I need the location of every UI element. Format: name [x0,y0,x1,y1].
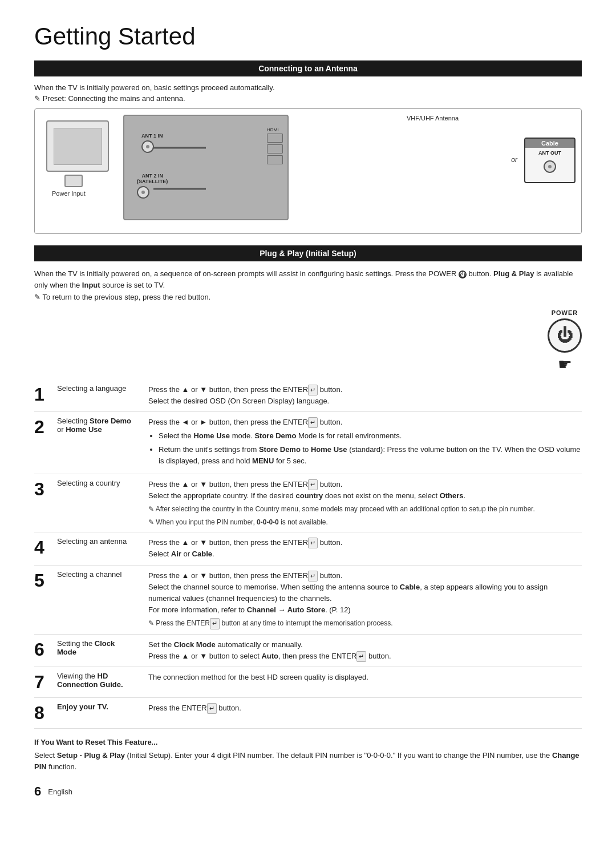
back-panel: ANT 1 IN ANT 2 IN(SATELLITE) HDMI [123,115,289,220]
ant-out-label: ANT OUT [525,150,574,156]
ant2-connector-area: ANT 2 IN(SATELLITE) [137,173,168,199]
page-title: Getting Started [34,23,582,50]
return-note: To return to the previous step, press th… [34,293,582,301]
tv-illustration [46,120,109,172]
hand-icon: ☛ [548,355,582,374]
table-row: 3 Selecting a country Press the ▲ or ▼ b… [34,474,582,532]
reset-text: Select Setup - Plug & Play (Initial Setu… [34,750,582,773]
ant1-label: ANT 1 IN [141,133,163,139]
section2-header: Plug & Play (Initial Setup) [34,245,582,261]
vhf-antenna-label: VHF/UHF Antenna [407,115,459,122]
step-name: Setting the ClockMode [57,634,148,667]
page-footer: 6 English [34,784,582,799]
step-name: Selecting a channel [57,565,148,634]
reset-section: If You Want to Reset This Feature... Sel… [34,738,582,773]
cable-box: Cable ANT OUT [524,138,576,183]
table-row: 2 Selecting Store Demoor Home Use Press … [34,412,582,474]
section1-preset: Preset: Connecting the mains and antenna… [34,94,582,103]
step-name: Selecting a language [57,379,148,412]
cable-connector [544,160,556,173]
step3-note1: After selecting the country in the Count… [148,504,582,515]
step-name: Viewing the HDConnection Guide. [57,667,148,697]
ant2-label: ANT 2 IN(SATELLITE) [137,173,168,184]
table-row: 1 Selecting a language Press the ▲ or ▼ … [34,379,582,412]
tv-screen [54,128,102,165]
page-language: English [48,788,72,796]
or-text: or [511,156,517,164]
table-row: 4 Selecting an antenna Press the ▲ or ▼ … [34,532,582,565]
step5-note: Press the ENTER↵ button at any time to i… [148,618,582,629]
plug-intro: When the TV is initially powered on, a s… [34,268,582,290]
step-description: Set the Clock Mode automatically or manu… [148,634,582,667]
step-number: 8 [34,697,57,728]
step-name: Selecting an antenna [57,532,148,565]
table-row: 8 Enjoy your TV. Press the ENTER↵ button… [34,697,582,728]
hdmi-ports: HDMI [267,127,283,164]
power-symbol: ⏻ [557,328,573,344]
antenna-diagram: Power Input ANT 1 IN ANT 2 IN(SATELLITE)… [34,108,582,234]
step-number: 7 [34,667,57,697]
step-name: Enjoy your TV. [57,697,148,728]
step-description: Press the ▲ or ▼ button, then press the … [148,474,582,532]
section1-intro: When the TV is initially powered on, bas… [34,83,582,92]
ant1-connector-area: ANT 1 IN [141,133,163,153]
table-row: 5 Selecting a channel Press the ▲ or ▼ b… [34,565,582,634]
power-circle: ⏻ [548,318,582,353]
step-name: Selecting a country [57,474,148,532]
steps-wrapper: POWER ⏻ ☛ 1 Selecting a language Press t… [34,309,582,729]
table-row: 7 Viewing the HDConnection Guide. The co… [34,667,582,697]
power-label-text: POWER [548,309,582,316]
step-number: 5 [34,565,57,634]
cable-box-label: Cable [525,139,574,148]
section-connecting-antenna: Connecting to an Antenna When the TV is … [34,60,582,234]
step-number: 3 [34,474,57,532]
table-row: 6 Setting the ClockMode Set the Clock Mo… [34,634,582,667]
power-input-label: Power Input [52,190,86,197]
power-button-illustration: POWER ⏻ ☛ [548,309,582,374]
step-number: 4 [34,532,57,565]
step-name: Selecting Store Demoor Home Use [57,412,148,474]
step-number: 2 [34,412,57,474]
step3-note2: When you input the PIN number, 0-0-0-0 i… [148,517,582,528]
reset-title: If You Want to Reset This Feature... [34,738,582,746]
step-description: The connection method for the best HD sc… [148,667,582,697]
steps-table: 1 Selecting a language Press the ▲ or ▼ … [34,379,582,729]
step-description: Press the ▲ or ▼ button, then press the … [148,532,582,565]
step-description: Press the ◄ or ► button, then press the … [148,412,582,474]
section-plug-play: Plug & Play (Initial Setup) When the TV … [34,245,582,773]
step-description: Press the ▲ or ▼ button, then press the … [148,565,582,634]
power-plug-icon [64,175,83,187]
page-number: 6 [34,784,41,799]
ant1-connector [141,140,154,153]
ant2-connector [137,186,149,199]
step-number: 6 [34,634,57,667]
step-number: 1 [34,379,57,412]
section1-header: Connecting to an Antenna [34,60,582,76]
step-description: Press the ▲ or ▼ button, then press the … [148,379,582,412]
step-description: Press the ENTER↵ button. [148,697,582,728]
